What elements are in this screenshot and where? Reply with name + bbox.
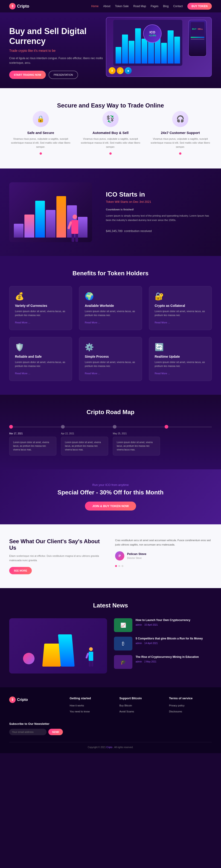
benefit-icon-1: 🌍 [85,292,136,301]
roadmap-item-2: May 25, 2021 Lorem ipsum dolor sit amet,… [113,425,160,456]
read-more-0[interactable]: Read More ... [15,321,30,324]
footer-link-buy-bitcoin[interactable]: Buy Bitcoin [119,704,132,707]
author-info: Pelican Steve Director Steve [127,552,147,560]
benefit-title-0: Variety of Currencies [15,304,66,308]
nav-token-sale[interactable]: Token Sale [115,5,129,8]
mobile-screen: BUY SELL [191,22,204,36]
newsletter-send-button[interactable]: SEND [49,729,63,735]
hero-buttons: START TRADING NOW PRESENTATION [9,71,106,79]
testimonial-dot-0[interactable] [115,565,117,567]
news-article-content-2: The Rise of Cryptocurrency Mining in Edu… [135,655,199,663]
benefit-card-4: ⚙️ Simple Process Lorem ipsum dolor sit … [79,337,142,381]
read-more-1[interactable]: Read More ... [85,321,100,324]
footer-col-links-0: How it works You need to know [70,703,113,713]
buy-token-button[interactable]: BUY TOKEN [187,3,212,10]
newsletter-input[interactable] [9,729,46,735]
benefit-desc-3: Lorem ipsum dolor sit amet, viverra lacu… [15,360,66,368]
chart-bar [161,43,167,64]
ico-badge: ICO +2.4% [143,24,162,43]
ico-bar [56,196,66,238]
shape-circle [23,653,34,664]
testimonial-dot-1[interactable] [118,565,120,567]
ico-section: ICO Starts in Token Will Starts on Dec 3… [0,168,221,256]
footer-copyright: Copyright © 2021 [88,746,106,748]
person-leg [91,661,93,666]
benefit-desc-1: Lorem ipsum dolor sit amet, viverra lacu… [85,309,136,317]
footer-link-need-to-know[interactable]: You need to know [70,710,90,713]
footer-brand-link[interactable]: Cripto [106,746,113,748]
hero-coins: ₿ Ξ ◈ [109,67,132,74]
news-meta-1: admin 14 April 2021 [135,642,203,645]
see-more-button[interactable]: SEE MORE [9,567,32,574]
footer-link-getting-started[interactable]: How it works [70,704,84,707]
feature-title-buy-sell: Automated Buy & Sell [79,131,142,135]
read-more-2[interactable]: Read More ... [155,321,170,324]
chart-bar [141,39,147,64]
footer-col-brand: ₿ Cripto [9,696,63,715]
testimonials-left: See What Our Client's Say's About Us Eti… [9,538,106,574]
footer-logo-icon: ₿ [9,696,15,703]
footer-link-disclosures[interactable]: Disclosures [169,710,182,713]
benefit-title-4: Simple Process [85,355,136,359]
hero-description: Cras et ligula ac risus interdum congue.… [9,56,106,65]
testimonial-dot-2[interactable] [122,565,123,567]
roadmap-dot-3 [165,425,168,429]
footer-link-avoid-scams[interactable]: Avoid Scams [119,710,134,713]
benefit-desc-0: Lorem ipsum dolor sit amet, viverra lacu… [15,309,66,317]
feature-icon-safe: 🔒 [33,111,49,127]
read-more-5[interactable]: Read More ... [155,372,170,375]
nav-home[interactable]: Home [91,5,98,8]
feature-desc-support: Vivamus risus purus, vulputate a sagitti… [149,137,212,149]
person-leg [89,661,91,666]
news-meta-0: admin 15 April 2021 [135,624,190,626]
coin-1: ₿ [109,67,116,74]
chart-bar [174,37,180,64]
read-more-4[interactable]: Read More ... [85,372,100,375]
figure-leg [75,234,78,242]
roadmap-item-0: Mar 17, 2021 Lorem ipsum dolor sit amet,… [9,425,56,456]
benefit-title-3: Reliable and Safe [15,355,66,359]
news-meta-2: admin 2 May 2021 [135,660,199,663]
benefit-card-3: 🛡️ Reliable and Safe Lorem ipsum dolor s… [9,337,72,381]
ico-bar [46,210,56,238]
nav-road-map[interactable]: Road Map [133,5,146,8]
news-thumb-0: 📈 [114,618,132,632]
nav-pages[interactable]: Pages [151,5,158,8]
news-article-title-0[interactable]: How to Launch Your Own Cryptocurrency [135,618,190,622]
presentation-button[interactable]: PRESENTATION [49,71,78,79]
news-article-title-1[interactable]: 5 Competitors that give Bitcoin a Run fo… [135,637,203,641]
benefit-desc-5: Lorem ipsum dolor sit amet, viverra lacu… [155,360,206,368]
benefit-card-2: 🔐 Crypto as Collateral Lorem ipsum dolor… [149,286,212,330]
nav-contact[interactable]: Contact [173,5,183,8]
start-trading-button[interactable]: START TRADING NOW [9,71,46,79]
benefit-icon-2: 🔐 [155,292,206,301]
news-article-1: ₿ 5 Competitors that give Bitcoin a Run … [114,637,212,650]
nav-blog[interactable]: Blog [163,5,168,8]
feature-dot-buy-sell [109,152,112,155]
news-article-content-0: How to Launch Your Own Cryptocurrency ad… [135,618,190,626]
figure-body [71,220,78,234]
news-article-title-2[interactable]: The Rise of Cryptocurrency Mining in Edu… [135,655,199,659]
person-legs [89,661,93,666]
testimonial-text: Cras vestibulum arcu sit amet seal accum… [115,538,212,547]
footer-col-title-0: Getting started [70,696,113,700]
roadmap-dot-2 [113,425,117,429]
footer-link-privacy[interactable]: Privacy policy [169,704,184,707]
benefit-icon-3: 🛡️ [15,343,66,351]
nav-about[interactable]: About [103,5,110,8]
ico-chart [9,182,92,242]
benefit-icon-0: 💰 [15,292,66,301]
news-date-2: 2 May 2021 [144,660,156,663]
ico-amount-value: $46,345,789 [106,229,123,233]
figure-head [72,215,77,219]
testimonials-section: See What Our Client's Say's About Us Eti… [0,524,221,588]
benefit-title-1: Available Worlwide [85,304,136,308]
feature-icon-support: 🎧 [172,111,188,127]
ico-content: ICO Starts in Token Will Starts on Dec 3… [106,191,212,233]
footer-col-links-2: Privacy policy Disclosures [169,703,212,713]
benefit-title-5: Realtime Update [155,355,206,359]
footer-col-2: Terms of service Privacy policy Disclosu… [169,696,212,715]
cta-button[interactable]: JOIN & BUY TOKEN NOW [85,501,136,510]
roadmap-desc-2: Lorem ipsum dolor sit amet, viverra lacu… [117,440,156,452]
read-more-3[interactable]: Read More ... [15,372,30,375]
